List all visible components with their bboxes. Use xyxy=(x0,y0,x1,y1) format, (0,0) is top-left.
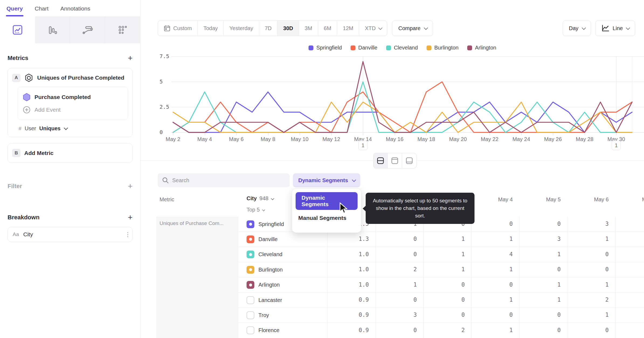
metric-cell-label: Uniques of Purchase Com... xyxy=(160,220,224,226)
day-value: 1 xyxy=(480,236,513,242)
dynamic-segments-tooltip: Automatically select up to 50 segments t… xyxy=(366,193,475,224)
segment-checkbox[interactable] xyxy=(247,235,254,243)
x-tick xyxy=(331,133,332,135)
metric-b-badge: B xyxy=(12,149,20,157)
metric-column-background xyxy=(156,217,238,338)
day-value: 0 xyxy=(480,221,513,227)
hash-icon: # xyxy=(19,126,22,132)
range-yesterday[interactable]: Yesterday xyxy=(224,21,259,36)
segment-search[interactable] xyxy=(158,173,290,187)
chart-type-flows[interactable] xyxy=(70,16,105,43)
x-tick-label: May 26 xyxy=(544,136,562,142)
query-sidebar: QueryChartAnnotations Metrics + xyxy=(0,0,140,338)
event-hexagon-icon xyxy=(23,93,31,101)
legend-item-burlington[interactable]: Burlington xyxy=(427,45,459,51)
day-value: 2 xyxy=(576,297,609,303)
breakdown-title: Breakdown xyxy=(8,214,40,221)
x-tick xyxy=(236,133,237,135)
x-tick xyxy=(553,133,553,135)
range-label: 30D xyxy=(283,25,293,31)
x-tick-label: May 12 xyxy=(323,136,340,142)
x-tick-label: May 2 xyxy=(166,136,180,142)
legend-swatch xyxy=(427,45,431,50)
segment-checkbox[interactable] xyxy=(247,296,254,304)
measure-selector[interactable]: # User Uniques xyxy=(19,125,128,132)
segment-checkbox[interactable] xyxy=(247,220,254,228)
day-value: 0 xyxy=(528,327,561,333)
tab-annotations[interactable]: Annotations xyxy=(60,5,90,16)
annotation-badge[interactable]: 1 xyxy=(612,140,621,150)
range-7d[interactable]: 7D xyxy=(259,21,278,36)
line-chart[interactable] xyxy=(156,53,644,136)
chart-type-bar xyxy=(0,16,140,43)
range-custom[interactable]: Custom xyxy=(158,21,198,36)
kebab-menu-icon[interactable]: ⋮ xyxy=(125,234,127,235)
day-value: 1 xyxy=(528,281,561,288)
day-value: 0 xyxy=(432,281,465,288)
dropdown-item-manual-segments[interactable]: Manual Segments xyxy=(296,215,358,221)
search-input[interactable] xyxy=(172,177,285,184)
legend-label: Arlington xyxy=(475,45,496,51)
add-breakdown-button[interactable]: + xyxy=(128,213,133,221)
compare-label: Compare xyxy=(398,25,420,31)
breakdown-city-card[interactable]: Aa City ⋮ xyxy=(8,227,133,242)
compare-button[interactable]: Compare xyxy=(392,20,433,36)
range-label: Custom xyxy=(173,25,192,31)
legend-swatch xyxy=(351,45,355,50)
segment-city-label: Lancaster xyxy=(258,297,282,303)
segments-mode-button[interactable]: Dynamic Segments xyxy=(293,173,360,187)
x-tick xyxy=(490,133,490,135)
chart-style-button[interactable]: Line xyxy=(595,20,635,36)
range-xtd[interactable]: XTD xyxy=(359,21,387,36)
event-row[interactable]: Purchase Completed xyxy=(22,91,123,104)
segment-checkbox[interactable] xyxy=(247,251,254,258)
split-view-button[interactable] xyxy=(373,153,388,168)
day-value: 1 xyxy=(480,297,513,303)
range-30d[interactable]: 30D xyxy=(278,21,299,36)
range-today[interactable]: Today xyxy=(198,21,224,36)
event-name: Purchase Completed xyxy=(34,94,91,100)
chart-type-line-chart[interactable] xyxy=(0,16,35,43)
metric-a-title[interactable]: Uniques of Purchase Completed xyxy=(37,75,124,81)
segment-checkbox[interactable] xyxy=(247,266,254,274)
city-column-header[interactable]: City 948 xyxy=(247,195,274,202)
add-filter-button[interactable]: + xyxy=(128,182,133,190)
segment-checkbox[interactable] xyxy=(247,311,254,319)
legend-item-arlington[interactable]: Arlington xyxy=(467,45,496,51)
segment-city-label: Arlington xyxy=(258,282,280,288)
x-tick-label: May 10 xyxy=(291,136,309,142)
range-3m[interactable]: 3M xyxy=(299,21,318,36)
annotation-badge[interactable]: 1 xyxy=(358,140,368,150)
chart-type-bar-chart[interactable] xyxy=(35,16,70,43)
day-value: 0 xyxy=(385,327,417,333)
tab-query[interactable]: Query xyxy=(6,5,23,16)
chart-type-dot-grid[interactable] xyxy=(105,16,140,43)
day-value: 1 xyxy=(432,251,465,258)
range-6m[interactable]: 6M xyxy=(318,21,337,36)
day-value: 0 xyxy=(576,266,609,273)
segment-checkbox[interactable] xyxy=(247,281,254,289)
x-tick-label: May 22 xyxy=(481,136,498,142)
add-event-row[interactable]: Add Event xyxy=(22,104,123,116)
range-12m[interactable]: 12M xyxy=(337,21,359,36)
segments-mode-label: Dynamic Segments xyxy=(298,177,348,184)
tab-chart[interactable]: Chart xyxy=(35,5,49,16)
legend-item-danville[interactable]: Danville xyxy=(351,45,378,51)
legend-item-springfield[interactable]: Springfield xyxy=(309,45,342,51)
day-value: 2 xyxy=(432,327,465,333)
segment-checkbox[interactable] xyxy=(247,326,254,334)
date-column-header: May 6 xyxy=(566,196,609,203)
chevron-down-icon xyxy=(581,26,586,30)
granularity-button[interactable]: Day xyxy=(563,20,591,36)
legend-item-cleveland[interactable]: Cleveland xyxy=(386,45,418,51)
chart-top-view-button[interactable] xyxy=(388,153,402,168)
day-value: 0 xyxy=(385,236,417,242)
add-metric-plus-button[interactable]: + xyxy=(128,54,133,62)
measure-type-label: Uniques xyxy=(39,125,61,132)
table-bottom-view-button[interactable] xyxy=(402,153,416,168)
x-tick-label: May 18 xyxy=(417,136,435,142)
bar-chart-icon xyxy=(47,24,58,35)
metric-b-card[interactable]: B Add Metric xyxy=(8,143,133,163)
top5-selector[interactable]: Top 5 xyxy=(247,207,265,213)
x-tick-label: May 28 xyxy=(576,136,594,142)
